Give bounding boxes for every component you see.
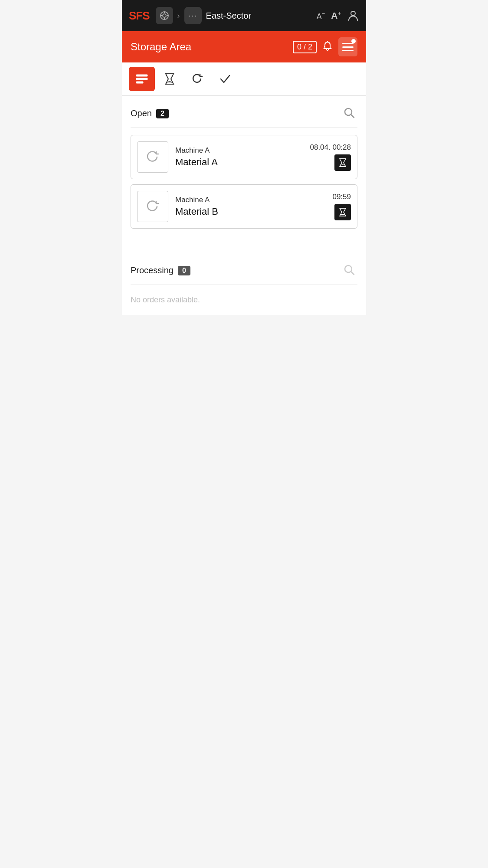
- order-thumbnail-1: [137, 141, 168, 173]
- open-search-button[interactable]: [341, 105, 357, 122]
- order-info-2: Machine A Material B: [175, 196, 325, 217]
- top-nav: SFS › ··· East-Sector A− A+: [122, 0, 366, 31]
- open-section-header: Open 2: [122, 96, 366, 128]
- open-section-label: Open: [131, 108, 152, 118]
- hourglass-status-icon-1: [338, 158, 347, 167]
- order-thumbnail-2: [137, 191, 168, 222]
- processing-section-header: Processing 0: [122, 253, 366, 285]
- processing-search-icon: [343, 263, 356, 276]
- bell-icon: [322, 41, 333, 52]
- user-icon: [347, 9, 359, 21]
- menu-bar-2: [342, 46, 354, 48]
- order-time-1: 08.04. 00:28: [310, 143, 351, 152]
- font-increase-button[interactable]: A+: [331, 10, 341, 21]
- font-increase-label: A: [331, 10, 337, 20]
- user-profile-button[interactable]: [347, 9, 359, 23]
- notification-bell-button[interactable]: [322, 41, 333, 53]
- order-status-badge-2: [334, 204, 351, 220]
- font-decrease-label: A: [317, 12, 322, 20]
- svg-rect-9: [136, 75, 147, 76]
- menu-notification-dot: [351, 39, 356, 43]
- order-info-1: Machine A Material A: [175, 146, 303, 168]
- processing-section-badge: 0: [178, 266, 190, 275]
- order-machine-2: Machine A: [175, 196, 325, 204]
- processing-section: Processing 0 No orders available.: [122, 253, 366, 315]
- svg-rect-10: [136, 78, 147, 80]
- svg-point-1: [163, 14, 166, 17]
- list-view-button[interactable]: [129, 67, 155, 91]
- breadcrumb-chevron: ›: [177, 11, 180, 20]
- menu-bar-3: [342, 50, 354, 51]
- svg-point-6: [351, 11, 355, 16]
- page-title: East-Sector: [206, 11, 312, 21]
- svg-line-15: [351, 115, 354, 118]
- svg-line-21: [351, 272, 354, 275]
- no-orders-message: No orders available.: [122, 285, 366, 315]
- order-right-1: 08.04. 00:28: [310, 143, 351, 171]
- orders-list: Machine A Material A 08.04. 00:28: [122, 128, 366, 236]
- header-right: 0 / 2: [293, 37, 357, 56]
- refresh-thumb-icon-2: [144, 198, 161, 215]
- order-time-2: 09:59: [332, 193, 351, 201]
- order-material-2: Material B: [175, 206, 325, 217]
- refresh-icon: [191, 73, 203, 85]
- header-title: Storage Area: [131, 41, 293, 53]
- processing-section-label: Processing: [131, 265, 174, 275]
- hourglass-status-icon-2: [338, 207, 347, 217]
- notification-badge: 0 / 2: [293, 41, 317, 53]
- hamburger-menu-button[interactable]: [338, 37, 357, 56]
- order-status-badge-1: [334, 154, 351, 171]
- refresh-button[interactable]: [184, 67, 210, 91]
- order-card-2[interactable]: Machine A Material B 09:59: [131, 184, 357, 229]
- nav-right-actions: A− A+: [317, 9, 359, 23]
- order-card-1[interactable]: Machine A Material A 08.04. 00:28: [131, 135, 357, 179]
- order-machine-1: Machine A: [175, 146, 303, 155]
- font-decrease-minus: −: [322, 10, 325, 17]
- font-decrease-button[interactable]: A−: [317, 10, 325, 21]
- toolbar: [122, 62, 366, 96]
- open-section-badge: 2: [156, 109, 169, 118]
- order-right-2: 09:59: [332, 193, 351, 220]
- svg-rect-11: [136, 82, 143, 83]
- main-content: Open 2 Machine A Material A 08.: [122, 96, 366, 315]
- hourglass-toolbar-icon: [164, 73, 175, 85]
- font-increase-plus: +: [337, 10, 341, 16]
- target-icon: [160, 11, 169, 20]
- confirm-button[interactable]: [212, 67, 238, 91]
- refresh-thumb-icon-1: [144, 148, 161, 166]
- list-icon: [135, 73, 148, 85]
- more-options-button[interactable]: ···: [184, 7, 202, 24]
- target-icon-button[interactable]: [156, 7, 173, 24]
- processing-search-button[interactable]: [341, 262, 357, 279]
- order-material-1: Material A: [175, 157, 303, 168]
- header-bar: Storage Area 0 / 2: [122, 31, 366, 62]
- hourglass-filter-button[interactable]: [157, 67, 183, 91]
- search-icon: [343, 106, 356, 119]
- sfs-logo: SFS: [129, 9, 150, 23]
- check-icon: [219, 73, 231, 85]
